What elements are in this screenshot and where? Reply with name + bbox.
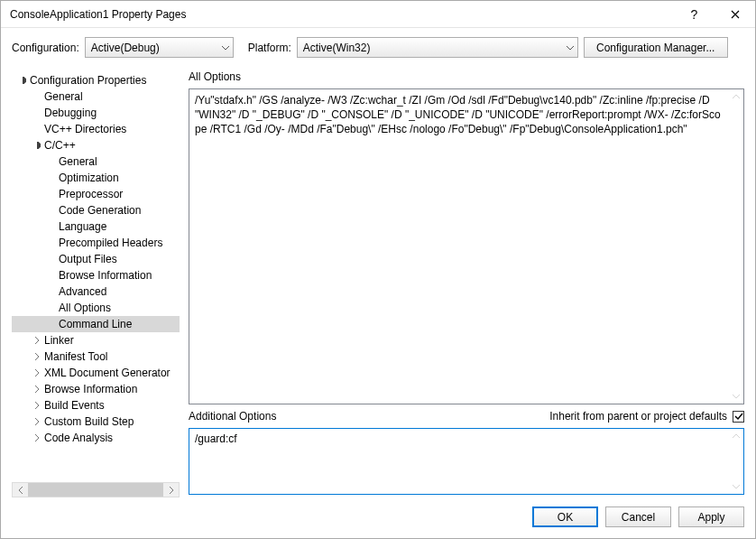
titlebar: ConsoleApplication1 Property Pages ? bbox=[1, 1, 755, 28]
scroll-right-icon[interactable] bbox=[163, 483, 179, 497]
additional-options-value: /guard:cf bbox=[195, 432, 237, 445]
tree-item-cpp-optimization[interactable]: Optimization bbox=[12, 170, 180, 186]
all-options-textbox[interactable]: /Yu"stdafx.h" /GS /analyze- /W3 /Zc:wcha… bbox=[189, 88, 744, 404]
additional-options-row: Additional Options Inherit from parent o… bbox=[189, 408, 744, 424]
property-pages-dialog: ConsoleApplication1 Property Pages ? Con… bbox=[0, 0, 756, 539]
tree-item-custom-build-step[interactable]: Custom Build Step bbox=[12, 414, 180, 430]
tree-item-cpp-command-line[interactable]: Command Line bbox=[12, 316, 180, 332]
scrollbar-thumb[interactable] bbox=[28, 483, 163, 497]
tree-item-vc-directories[interactable]: VC++ Directories bbox=[12, 121, 180, 137]
chevron-down-icon bbox=[733, 393, 740, 400]
tree-item-debugging[interactable]: Debugging bbox=[12, 105, 180, 121]
config-tree[interactable]: Configuration PropertiesGeneralDebugging… bbox=[12, 69, 180, 482]
tree-item-cpp-all-options[interactable]: All Options bbox=[12, 300, 180, 316]
tree-panel: Configuration PropertiesGeneralDebugging… bbox=[12, 69, 180, 497]
tree-item-code-analysis[interactable]: Code Analysis bbox=[12, 430, 180, 446]
window-title: ConsoleApplication1 Property Pages bbox=[10, 8, 674, 21]
tree-item-xml-document-generator[interactable]: XML Document Generator bbox=[12, 365, 180, 381]
tree-item-cpp-general[interactable]: General bbox=[12, 153, 180, 170]
cancel-button[interactable]: Cancel bbox=[605, 506, 671, 527]
tree-item-cpp-precompiled-headers[interactable]: Precompiled Headers bbox=[12, 235, 180, 251]
tree-item-browse-information[interactable]: Browse Information bbox=[12, 381, 180, 397]
tree-item-configuration-properties[interactable]: Configuration Properties bbox=[12, 72, 180, 88]
tree-item-cpp-browse-information[interactable]: Browse Information bbox=[12, 267, 180, 283]
tree-item-cpp-advanced[interactable]: Advanced bbox=[12, 283, 180, 300]
textbox-scroll-hint bbox=[731, 91, 742, 402]
chevron-down-icon bbox=[733, 483, 740, 490]
additional-options-textbox[interactable]: /guard:cf bbox=[189, 428, 744, 495]
help-button[interactable]: ? bbox=[674, 1, 715, 28]
close-icon bbox=[731, 10, 740, 19]
close-button[interactable] bbox=[715, 1, 755, 28]
tree-item-build-events[interactable]: Build Events bbox=[12, 397, 180, 414]
configuration-value: Active(Debug) bbox=[91, 42, 160, 54]
ok-button[interactable]: OK bbox=[532, 506, 598, 527]
additional-options-label: Additional Options bbox=[189, 408, 276, 424]
inherit-checkbox[interactable] bbox=[733, 411, 744, 423]
dialog-button-row: OK Cancel Apply bbox=[1, 497, 755, 538]
configuration-combo[interactable]: Active(Debug) bbox=[85, 37, 234, 58]
tree-item-cpp-preprocessor[interactable]: Preprocessor bbox=[12, 186, 180, 202]
chevron-down-icon bbox=[567, 42, 574, 54]
configuration-row: Configuration: Active(Debug) Platform: A… bbox=[1, 28, 755, 65]
chevron-down-icon bbox=[222, 42, 229, 54]
tree-item-cpp-language[interactable]: Language bbox=[12, 218, 180, 235]
tree-item-manifest-tool[interactable]: Manifest Tool bbox=[12, 348, 180, 365]
scroll-left-icon[interactable] bbox=[13, 483, 28, 497]
configuration-manager-button[interactable]: Configuration Manager... bbox=[584, 37, 728, 58]
inherit-label: Inherit from parent or project defaults bbox=[549, 410, 727, 423]
all-options-text: /Yu"stdafx.h" /GS /analyze- /W3 /Zc:wcha… bbox=[195, 93, 738, 137]
chevron-up-icon bbox=[733, 432, 740, 440]
tree-item-cpp-output-files[interactable]: Output Files bbox=[12, 251, 180, 267]
scrollbar-track[interactable] bbox=[28, 483, 163, 497]
apply-button[interactable]: Apply bbox=[678, 506, 744, 527]
tree-item-c-cpp[interactable]: C/C++ bbox=[12, 137, 180, 153]
tree-horizontal-scrollbar[interactable] bbox=[12, 482, 180, 497]
all-options-label: All Options bbox=[189, 69, 744, 85]
platform-combo[interactable]: Active(Win32) bbox=[297, 37, 578, 58]
tree-item-cpp-code-generation[interactable]: Code Generation bbox=[12, 202, 180, 218]
checkmark-icon bbox=[734, 412, 743, 421]
platform-value: Active(Win32) bbox=[303, 42, 371, 54]
right-pane: All Options /Yu"stdafx.h" /GS /analyze- … bbox=[189, 69, 744, 497]
main-area: Configuration PropertiesGeneralDebugging… bbox=[1, 65, 755, 497]
tree-item-general[interactable]: General bbox=[12, 88, 180, 105]
configuration-label: Configuration: bbox=[12, 42, 79, 54]
platform-label: Platform: bbox=[248, 42, 291, 54]
tree-item-linker[interactable]: Linker bbox=[12, 332, 180, 348]
textbox-scroll-hint bbox=[731, 431, 742, 492]
